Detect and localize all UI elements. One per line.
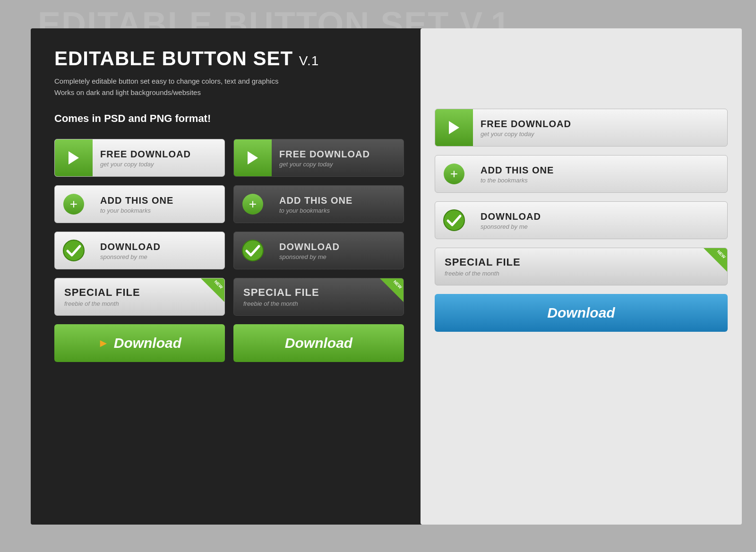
- checkmark-icon: [62, 239, 86, 262]
- button-text-area: ADD THIS ONE to your bookmarks: [93, 195, 224, 214]
- button-main-label: DOWNLOAD: [279, 241, 396, 252]
- add-bookmark-button-light-bg[interactable]: + ADD THIS ONE to the bookmarks: [435, 155, 728, 193]
- triangle-icon: ►: [98, 336, 109, 350]
- button-text-area: FREE DOWNLOAD get your copy today: [473, 118, 727, 138]
- new-badge-text: NEW: [214, 279, 224, 290]
- button-text-area: DOWNLOAD sponsored by me: [473, 211, 727, 230]
- checkmark-icon-area: [234, 232, 272, 269]
- button-label: Download: [285, 335, 352, 351]
- download-sponsored-button-dark[interactable]: DOWNLOAD sponsored by me: [233, 232, 404, 269]
- free-download-button-light-bg[interactable]: FREE DOWNLOAD get your copy today: [435, 109, 728, 147]
- light-panel: FREE DOWNLOAD get your copy today + ADD …: [421, 28, 742, 525]
- free-download-button-dark[interactable]: FREE DOWNLOAD get your copy today: [233, 139, 404, 177]
- button-sub-label: to your bookmarks: [100, 207, 217, 214]
- circle-plus-icon: +: [63, 194, 84, 215]
- button-main-label: DOWNLOAD: [481, 211, 720, 222]
- button-sub-label: sponsored by me: [100, 253, 217, 260]
- arrow-icon-area: [55, 139, 93, 176]
- special-file-button-light-bg[interactable]: SPECIAL FILE freebie of the month NEW: [435, 248, 728, 285]
- button-sub-label: get your copy today: [279, 161, 396, 168]
- button-sub-label: sponsored by me: [279, 253, 396, 260]
- button-sub-label: sponsored by me: [481, 223, 720, 230]
- panel-subtitle: Comes in PSD and PNG format!: [54, 112, 404, 125]
- button-main-label: FREE DOWNLOAD: [100, 148, 217, 160]
- arrow-right-icon: [449, 121, 459, 134]
- button-main-label: DOWNLOAD: [100, 241, 217, 252]
- arrow-icon-area: [234, 139, 272, 176]
- new-badge: NEW: [380, 278, 404, 302]
- free-download-button-light[interactable]: FREE DOWNLOAD get your copy today: [54, 139, 225, 177]
- checkmark-icon-area: [435, 202, 473, 239]
- button-main-label: ADD THIS ONE: [100, 195, 217, 206]
- add-bookmark-button-dark[interactable]: + ADD THIS ONE to your bookmarks: [233, 185, 404, 223]
- button-grid-light: FREE DOWNLOAD get your copy today + ADD …: [435, 109, 728, 332]
- button-text-area: ADD THIS ONE to your bookmarks: [272, 195, 404, 214]
- button-sub-label: get your copy today: [100, 161, 217, 168]
- simple-download-button-green-arrow[interactable]: ► Download: [54, 324, 225, 362]
- button-grid-dark: FREE DOWNLOAD get your copy today FREE D…: [54, 139, 404, 362]
- button-text-area: FREE DOWNLOAD get your copy today: [93, 148, 224, 168]
- button-label: Download: [114, 335, 181, 351]
- button-sub-label: to the bookmarks: [481, 177, 720, 184]
- button-sub-label: to your bookmarks: [279, 207, 396, 214]
- panel-title: EDITABLE BUTTON SET V.1: [54, 47, 404, 70]
- special-file-button-dark[interactable]: SPECIAL FILE freebie of the month NEW: [233, 278, 404, 316]
- button-text-area: SPECIAL FILE freebie of the month: [234, 286, 329, 307]
- checkmark-icon: [241, 239, 265, 262]
- arrow-right-icon: [248, 151, 258, 164]
- button-main-label: ADD THIS ONE: [279, 195, 396, 206]
- button-main-label: SPECIAL FILE: [445, 256, 521, 268]
- button-text-area: ADD THIS ONE to the bookmarks: [473, 164, 727, 184]
- simple-download-button-green[interactable]: Download: [233, 324, 404, 362]
- button-sub-label: freebie of the month: [243, 300, 319, 307]
- button-text-area: SPECIAL FILE freebie of the month: [55, 286, 150, 307]
- button-label: Download: [547, 305, 615, 321]
- button-main-label: SPECIAL FILE: [64, 286, 140, 299]
- new-badge-text: NEW: [716, 249, 727, 259]
- button-main-label: FREE DOWNLOAD: [279, 148, 396, 160]
- plus-icon-area: +: [435, 155, 473, 192]
- special-file-button-light[interactable]: SPECIAL FILE freebie of the month NEW: [54, 278, 225, 316]
- new-badge-text: NEW: [393, 279, 403, 290]
- button-sub-label: freebie of the month: [445, 270, 521, 277]
- svg-point-0: [63, 240, 84, 261]
- panel-description: Completely editable button set easy to c…: [54, 76, 404, 98]
- plus-icon-area: +: [234, 186, 272, 223]
- circle-plus-icon: +: [444, 164, 464, 184]
- download-sponsored-button-light[interactable]: DOWNLOAD sponsored by me: [54, 232, 225, 269]
- button-text-area: FREE DOWNLOAD get your copy today: [272, 148, 404, 168]
- button-text-area: DOWNLOAD sponsored by me: [272, 241, 404, 260]
- button-text-area: SPECIAL FILE freebie of the month: [435, 256, 530, 276]
- button-sub-label: get your copy today: [481, 130, 720, 138]
- new-badge: NEW: [704, 248, 727, 272]
- download-sponsored-button-light-bg[interactable]: DOWNLOAD sponsored by me: [435, 201, 728, 239]
- button-main-label: SPECIAL FILE: [243, 286, 319, 299]
- button-main-label: ADD THIS ONE: [481, 164, 720, 176]
- checkmark-icon: [442, 208, 466, 232]
- arrow-icon-area: [435, 109, 473, 146]
- checkmark-icon-area: [55, 232, 93, 269]
- simple-download-button-blue[interactable]: Download: [435, 294, 728, 332]
- arrow-right-icon: [69, 151, 79, 164]
- svg-point-2: [444, 210, 464, 231]
- circle-plus-icon: +: [242, 194, 263, 215]
- button-main-label: FREE DOWNLOAD: [481, 118, 720, 129]
- dark-panel: EDITABLE BUTTON SET V.1 Completely edita…: [31, 28, 428, 525]
- new-badge: NEW: [201, 278, 224, 302]
- add-bookmark-button-light[interactable]: + ADD THIS ONE to your bookmarks: [54, 185, 225, 223]
- button-text-area: DOWNLOAD sponsored by me: [93, 241, 224, 260]
- plus-icon-area: +: [55, 186, 93, 223]
- svg-point-1: [242, 240, 263, 261]
- button-sub-label: freebie of the month: [64, 300, 140, 307]
